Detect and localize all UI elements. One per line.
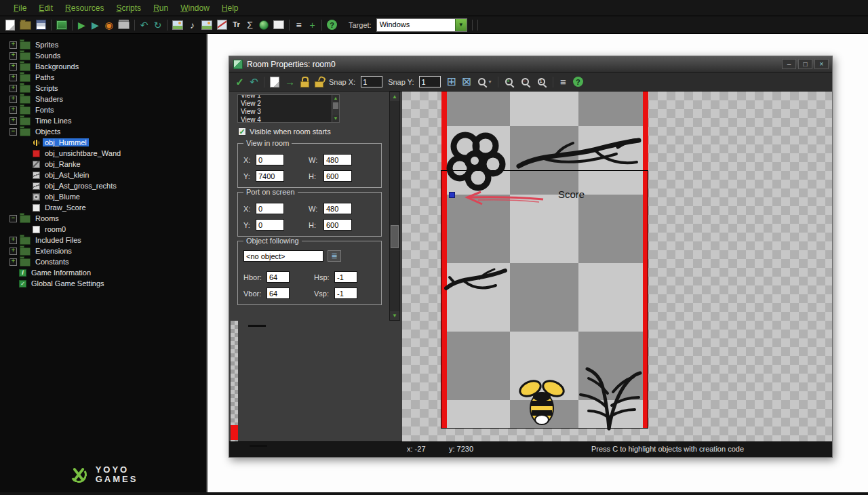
menu-window[interactable]: Window (175, 0, 215, 16)
branch-doodle-top-sprite[interactable] (516, 134, 642, 181)
vsp-input[interactable] (334, 288, 357, 299)
tree-item-rooms[interactable]: −Rooms (0, 213, 206, 224)
tree-item-objects[interactable]: −Objects (0, 126, 206, 137)
scroll-thumb[interactable] (391, 225, 399, 248)
tree-item-shaders[interactable]: +Shaders (0, 94, 206, 104)
shift-instances-button[interactable]: → (285, 76, 295, 88)
flower-doodle-sprite[interactable] (443, 129, 507, 193)
expand-plus-icon[interactable]: + (9, 106, 17, 114)
open-project-button[interactable] (20, 19, 31, 31)
port-h-input[interactable] (323, 219, 352, 231)
room-help-button[interactable]: ? (573, 77, 583, 87)
ok-button[interactable]: ✓ (235, 76, 244, 88)
tree-item-sprites[interactable]: +Sprites (0, 39, 206, 50)
create-sound-button[interactable]: ♪ (188, 19, 197, 31)
expand-plus-icon[interactable]: + (9, 41, 17, 49)
tree-item-paths[interactable]: +Paths (0, 72, 206, 83)
tree-item-fonts[interactable]: +Fonts (0, 104, 206, 115)
target-dropdown-button[interactable]: ▼ (455, 19, 467, 31)
expand-plus-icon[interactable]: + (9, 96, 17, 103)
score-instance-marker[interactable] (449, 192, 455, 198)
view-h-input[interactable] (323, 170, 352, 182)
dialog-title-bar[interactable]: Room Properties: room0 (229, 56, 832, 73)
tree-item-obj-unsichtbare-wand[interactable]: obj_unsichtbare_Wand (0, 148, 206, 159)
room-canvas[interactable]: Score (402, 92, 832, 442)
add-resource-button[interactable]: + (308, 19, 317, 31)
tree-item-backgrounds[interactable]: +Backgrounds (0, 61, 206, 72)
tree-item-obj-blume[interactable]: obj_Blume (0, 191, 206, 202)
create-path-button[interactable] (217, 19, 227, 31)
port-w-input[interactable] (323, 203, 352, 214)
snap-x-input[interactable] (361, 76, 382, 87)
menu-edit[interactable]: Edit (33, 0, 58, 16)
scroll-down-icon[interactable]: ▼ (332, 115, 339, 122)
tree-item-included-files[interactable]: +Included Files (0, 235, 206, 245)
create-object-button[interactable] (259, 19, 269, 31)
expand-plus-icon[interactable]: + (9, 52, 17, 60)
hbor-input[interactable] (267, 271, 290, 283)
snap-y-input[interactable] (419, 76, 441, 87)
expand-plus-icon[interactable]: + (9, 258, 17, 266)
plant-doodle-sprite[interactable] (575, 366, 643, 431)
minimize-button[interactable]: – (782, 59, 796, 69)
hsp-input[interactable] (334, 271, 357, 283)
scroll-up-icon[interactable]: ▲ (390, 92, 399, 101)
vbor-input[interactable] (267, 288, 290, 299)
tree-item-room0[interactable]: room0 (0, 224, 206, 235)
clean-button[interactable]: ◉ (104, 19, 113, 31)
checkbox-check-icon[interactable]: ✓ (238, 127, 246, 136)
create-font-button[interactable]: Tr (232, 19, 241, 31)
create-executable-button[interactable] (56, 19, 67, 31)
expand-plus-icon[interactable]: + (9, 85, 17, 92)
instance-order-button[interactable]: ≡ (559, 76, 568, 88)
grid-toggle-button[interactable]: ⊞ (446, 76, 456, 88)
create-sprite-button[interactable] (172, 19, 183, 31)
collapse-minus-icon[interactable]: − (9, 128, 17, 136)
redo-button[interactable]: ↻ (153, 19, 162, 31)
visible-when-room-starts-checkbox[interactable]: ✓ Visible when room starts (238, 127, 331, 136)
target-dropdown[interactable]: Windows ▼ (376, 18, 467, 32)
branch-doodle-left-sprite[interactable] (444, 261, 509, 298)
object-following-input[interactable] (243, 250, 323, 262)
object-picker-button[interactable]: ≣ (328, 250, 341, 262)
tree-item-draw-score[interactable]: Draw_Score (0, 202, 206, 213)
zoom-reset-button[interactable]: 1 (536, 76, 547, 88)
expand-plus-icon[interactable]: + (9, 63, 17, 71)
tree-item-obj-ranke[interactable]: obj_Ranke (0, 159, 206, 170)
zoom-in-button[interactable]: + (504, 76, 515, 88)
close-button[interactable]: × (814, 59, 829, 69)
maximize-button[interactable]: □ (798, 59, 812, 69)
create-timeline-button[interactable]: Σ (245, 19, 254, 31)
resource-list-button[interactable]: ≡ (294, 19, 303, 31)
lock-instances-button[interactable] (300, 76, 309, 88)
tree-item-obj-ast-gross-rechts[interactable]: obj_Ast_gross_rechts (0, 180, 206, 191)
build-button[interactable] (118, 19, 130, 31)
menu-file[interactable]: File (8, 0, 32, 16)
scroll-thumb[interactable] (333, 102, 338, 109)
save-project-button[interactable] (36, 19, 46, 31)
collapse-minus-icon[interactable]: − (9, 215, 17, 222)
run-button[interactable]: ▶ (77, 19, 86, 31)
scroll-up-icon[interactable]: ▲ (332, 95, 339, 102)
scroll-down-icon[interactable]: ▼ (390, 311, 399, 320)
port-y-input[interactable] (256, 219, 284, 231)
view-list-item[interactable]: View 1 (238, 94, 339, 100)
isometric-grid-button[interactable]: ⊠ (462, 76, 471, 88)
zoom-out-button[interactable]: − (520, 76, 531, 88)
view-x-input[interactable] (256, 154, 284, 165)
view-y-input[interactable] (256, 170, 284, 182)
tree-item-global-game-settings[interactable]: ✓Global Game Settings (0, 278, 206, 289)
tree-item-sounds[interactable]: +Sounds (0, 50, 206, 61)
tree-item-time-lines[interactable]: +Time Lines (0, 115, 206, 126)
unlock-instances-button[interactable] (315, 76, 323, 88)
tree-item-scripts[interactable]: +Scripts (0, 83, 206, 94)
tree-item-extensions[interactable]: +Extensions (0, 245, 206, 256)
tree-item-constants[interactable]: +Constants (0, 256, 206, 267)
score-arrow-sprite[interactable] (458, 189, 546, 207)
undo-room-button[interactable]: ↶ (250, 76, 258, 88)
menu-resources[interactable]: Resources (60, 0, 109, 16)
tree-item-obj-ast-klein[interactable]: obj_Ast_klein (0, 170, 206, 180)
expand-plus-icon[interactable]: + (9, 237, 17, 244)
new-project-button[interactable] (5, 19, 15, 31)
views-scrollbar[interactable]: ▲ ▼ (332, 95, 339, 122)
